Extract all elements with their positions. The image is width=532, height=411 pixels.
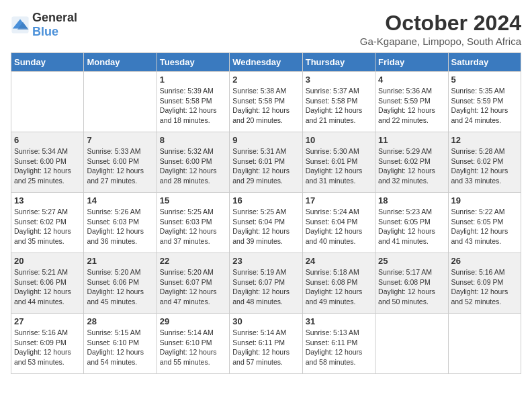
calendar-cell: 2Sunrise: 5:38 AM Sunset: 5:58 PM Daylig… xyxy=(230,72,302,132)
page-header: General Blue October 2024 Ga-Kgapane, Li… xyxy=(11,11,521,47)
day-content: Sunrise: 5:21 AM Sunset: 6:06 PM Dayligh… xyxy=(14,267,81,307)
day-content: Sunrise: 5:13 AM Sunset: 6:11 PM Dayligh… xyxy=(306,328,372,367)
calendar-cell: 8Sunrise: 5:32 AM Sunset: 6:00 PM Daylig… xyxy=(157,132,229,193)
calendar-cell: 6Sunrise: 5:34 AM Sunset: 6:00 PM Daylig… xyxy=(11,132,84,193)
day-number: 17 xyxy=(306,195,372,205)
calendar-cell: 29Sunrise: 5:14 AM Sunset: 6:10 PM Dayli… xyxy=(157,314,229,374)
title-block: October 2024 Ga-Kgapane, Limpopo, South … xyxy=(360,11,521,47)
day-number: 23 xyxy=(232,256,299,266)
day-content: Sunrise: 5:34 AM Sunset: 6:00 PM Dayligh… xyxy=(14,146,81,186)
calendar-cell: 3Sunrise: 5:37 AM Sunset: 5:58 PM Daylig… xyxy=(302,72,375,132)
day-content: Sunrise: 5:17 AM Sunset: 6:08 PM Dayligh… xyxy=(378,267,445,307)
day-number: 11 xyxy=(378,135,445,145)
day-content: Sunrise: 5:19 AM Sunset: 6:07 PM Dayligh… xyxy=(232,267,299,307)
calendar-cell: 24Sunrise: 5:18 AM Sunset: 6:08 PM Dayli… xyxy=(302,253,375,314)
day-content: Sunrise: 5:16 AM Sunset: 6:09 PM Dayligh… xyxy=(14,328,81,367)
day-content: Sunrise: 5:27 AM Sunset: 6:02 PM Dayligh… xyxy=(14,207,81,246)
day-content: Sunrise: 5:14 AM Sunset: 6:10 PM Dayligh… xyxy=(160,328,226,367)
calendar-cell: 18Sunrise: 5:23 AM Sunset: 6:05 PM Dayli… xyxy=(375,193,448,253)
day-number: 8 xyxy=(160,135,226,145)
calendar-cell: 9Sunrise: 5:31 AM Sunset: 6:01 PM Daylig… xyxy=(230,132,302,193)
day-number: 19 xyxy=(451,195,518,205)
day-number: 13 xyxy=(14,195,81,205)
day-content: Sunrise: 5:25 AM Sunset: 6:04 PM Dayligh… xyxy=(232,207,299,246)
day-number: 3 xyxy=(306,75,372,85)
calendar-cell: 27Sunrise: 5:16 AM Sunset: 6:09 PM Dayli… xyxy=(11,314,84,374)
calendar-cell: 22Sunrise: 5:20 AM Sunset: 6:07 PM Dayli… xyxy=(157,253,229,314)
column-header-sunday: Sunday xyxy=(11,53,84,72)
column-header-monday: Monday xyxy=(84,53,157,72)
day-content: Sunrise: 5:30 AM Sunset: 6:01 PM Dayligh… xyxy=(306,146,372,186)
day-number: 10 xyxy=(306,135,372,145)
calendar-table: SundayMondayTuesdayWednesdayThursdayFrid… xyxy=(11,52,521,374)
day-content: Sunrise: 5:38 AM Sunset: 5:58 PM Dayligh… xyxy=(232,86,299,126)
calendar-cell: 14Sunrise: 5:26 AM Sunset: 6:03 PM Dayli… xyxy=(84,193,157,253)
logo-icon xyxy=(11,15,30,34)
day-number: 16 xyxy=(232,195,299,205)
day-number: 26 xyxy=(451,256,518,266)
calendar-cell: 30Sunrise: 5:14 AM Sunset: 6:11 PM Dayli… xyxy=(230,314,302,374)
day-content: Sunrise: 5:29 AM Sunset: 6:02 PM Dayligh… xyxy=(378,146,445,186)
day-number: 1 xyxy=(160,75,226,85)
month-title: October 2024 xyxy=(360,11,521,36)
column-header-friday: Friday xyxy=(375,53,448,72)
calendar-cell: 12Sunrise: 5:28 AM Sunset: 6:02 PM Dayli… xyxy=(448,132,521,193)
calendar-cell: 4Sunrise: 5:36 AM Sunset: 5:59 PM Daylig… xyxy=(375,72,448,132)
calendar-cell: 10Sunrise: 5:30 AM Sunset: 6:01 PM Dayli… xyxy=(302,132,375,193)
calendar-cell: 16Sunrise: 5:25 AM Sunset: 6:04 PM Dayli… xyxy=(230,193,302,253)
logo: General Blue xyxy=(11,11,77,39)
calendar-week-row: 1Sunrise: 5:39 AM Sunset: 5:58 PM Daylig… xyxy=(11,72,521,132)
column-header-tuesday: Tuesday xyxy=(157,53,229,72)
day-content: Sunrise: 5:37 AM Sunset: 5:58 PM Dayligh… xyxy=(306,86,372,126)
location-title: Ga-Kgapane, Limpopo, South Africa xyxy=(360,36,521,47)
column-header-thursday: Thursday xyxy=(302,53,375,72)
day-number: 28 xyxy=(87,316,153,326)
calendar-cell: 28Sunrise: 5:15 AM Sunset: 6:10 PM Dayli… xyxy=(84,314,157,374)
column-header-wednesday: Wednesday xyxy=(230,53,302,72)
calendar-cell xyxy=(375,314,448,374)
day-number: 15 xyxy=(160,195,226,205)
day-content: Sunrise: 5:39 AM Sunset: 5:58 PM Dayligh… xyxy=(160,86,226,126)
day-number: 31 xyxy=(306,316,372,326)
calendar-cell: 5Sunrise: 5:35 AM Sunset: 5:59 PM Daylig… xyxy=(448,72,521,132)
day-content: Sunrise: 5:14 AM Sunset: 6:11 PM Dayligh… xyxy=(232,328,299,367)
calendar-cell: 15Sunrise: 5:25 AM Sunset: 6:03 PM Dayli… xyxy=(157,193,229,253)
calendar-cell xyxy=(448,314,521,374)
day-content: Sunrise: 5:20 AM Sunset: 6:06 PM Dayligh… xyxy=(87,267,153,307)
calendar-cell: 1Sunrise: 5:39 AM Sunset: 5:58 PM Daylig… xyxy=(157,72,229,132)
day-content: Sunrise: 5:36 AM Sunset: 5:59 PM Dayligh… xyxy=(378,86,445,126)
day-number: 20 xyxy=(14,256,81,266)
calendar-cell: 31Sunrise: 5:13 AM Sunset: 6:11 PM Dayli… xyxy=(302,314,375,374)
day-number: 27 xyxy=(14,316,81,326)
day-number: 12 xyxy=(451,135,518,145)
calendar-week-row: 6Sunrise: 5:34 AM Sunset: 6:00 PM Daylig… xyxy=(11,132,521,193)
day-content: Sunrise: 5:35 AM Sunset: 5:59 PM Dayligh… xyxy=(451,86,518,126)
calendar-cell: 21Sunrise: 5:20 AM Sunset: 6:06 PM Dayli… xyxy=(84,253,157,314)
day-content: Sunrise: 5:23 AM Sunset: 6:05 PM Dayligh… xyxy=(378,207,445,246)
calendar-cell: 19Sunrise: 5:22 AM Sunset: 6:05 PM Dayli… xyxy=(448,193,521,253)
logo-text: General Blue xyxy=(32,11,77,39)
calendar-cell: 20Sunrise: 5:21 AM Sunset: 6:06 PM Dayli… xyxy=(11,253,84,314)
day-number: 4 xyxy=(378,75,445,85)
day-number: 24 xyxy=(306,256,372,266)
day-content: Sunrise: 5:26 AM Sunset: 6:03 PM Dayligh… xyxy=(87,207,153,246)
day-content: Sunrise: 5:28 AM Sunset: 6:02 PM Dayligh… xyxy=(451,146,518,186)
day-content: Sunrise: 5:33 AM Sunset: 6:00 PM Dayligh… xyxy=(87,146,153,186)
day-content: Sunrise: 5:32 AM Sunset: 6:00 PM Dayligh… xyxy=(160,146,226,186)
day-number: 5 xyxy=(451,75,518,85)
calendar-cell xyxy=(11,72,84,132)
day-number: 29 xyxy=(160,316,226,326)
day-content: Sunrise: 5:20 AM Sunset: 6:07 PM Dayligh… xyxy=(160,267,226,307)
calendar-week-row: 27Sunrise: 5:16 AM Sunset: 6:09 PM Dayli… xyxy=(11,314,521,374)
calendar-cell xyxy=(84,72,157,132)
day-number: 25 xyxy=(378,256,445,266)
day-content: Sunrise: 5:16 AM Sunset: 6:09 PM Dayligh… xyxy=(451,267,518,307)
day-content: Sunrise: 5:31 AM Sunset: 6:01 PM Dayligh… xyxy=(232,146,299,186)
calendar-cell: 17Sunrise: 5:24 AM Sunset: 6:04 PM Dayli… xyxy=(302,193,375,253)
calendar-header-row: SundayMondayTuesdayWednesdayThursdayFrid… xyxy=(11,53,521,72)
day-number: 30 xyxy=(232,316,299,326)
day-number: 7 xyxy=(87,135,153,145)
day-number: 6 xyxy=(14,135,81,145)
day-content: Sunrise: 5:18 AM Sunset: 6:08 PM Dayligh… xyxy=(306,267,372,307)
day-content: Sunrise: 5:15 AM Sunset: 6:10 PM Dayligh… xyxy=(87,328,153,367)
